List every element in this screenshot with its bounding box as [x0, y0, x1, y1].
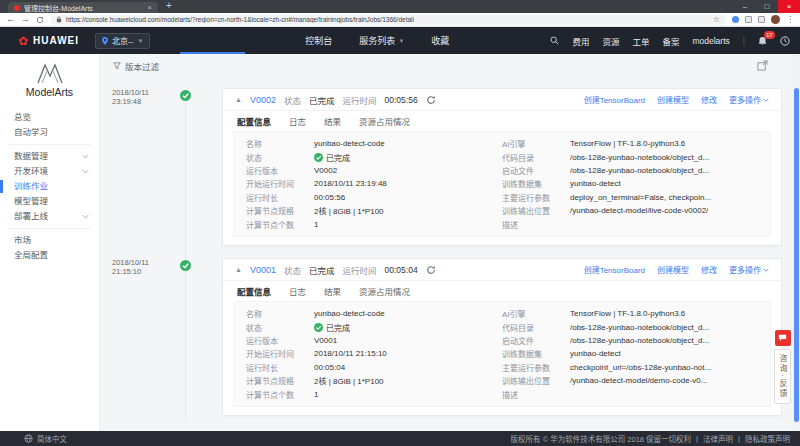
action-1[interactable]: 创建模型: [657, 94, 689, 105]
action-3[interactable]: 更多操作: [729, 94, 769, 105]
refresh-icon[interactable]: [426, 265, 436, 275]
action-1[interactable]: 创建模型: [657, 264, 689, 275]
star-icon[interactable]: ☆: [713, 16, 720, 24]
sidebar-item-8[interactable]: 全局配置: [0, 248, 99, 263]
browser-avatar[interactable]: [771, 15, 780, 24]
action-2[interactable]: 修改: [701, 264, 717, 275]
scrollbar[interactable]: [793, 54, 800, 431]
detail-row: 代码目录/obs-128e-yunbao-notebook/object_d..…: [502, 150, 758, 163]
detail-row: 状态已完成: [246, 150, 502, 163]
extension-icon[interactable]: [745, 16, 752, 23]
tab-1[interactable]: 日志: [289, 115, 306, 127]
url-bar[interactable]: https://console.huaweicloud.com/modelart…: [50, 15, 726, 25]
feedback-widget[interactable]: 咨询·反馈: [774, 330, 791, 404]
console-header: ✿ HUAWEI 北京-- ▼ 控制台 服务列表 ▼ 收藏 费用 资源 工单 备: [0, 27, 800, 54]
reload-icon[interactable]: [36, 16, 44, 24]
version-link[interactable]: V0002: [250, 95, 276, 105]
tab-3[interactable]: 资源占用情况: [359, 285, 410, 297]
minimize-icon[interactable]: –: [734, 0, 756, 13]
action-0[interactable]: 创建TensorBoard: [584, 94, 645, 105]
detail-value: yunbao-detect-code: [314, 309, 385, 318]
clock-icon[interactable]: [780, 36, 790, 46]
maximize-icon[interactable]: □: [756, 0, 778, 13]
sidebar-item-5[interactable]: 模型管理: [0, 194, 99, 209]
action-2[interactable]: 修改: [701, 94, 717, 105]
divider: [8, 144, 91, 145]
chevron-down-icon: [82, 154, 89, 159]
tab-1[interactable]: 日志: [289, 285, 306, 297]
nav-billing[interactable]: 费用: [572, 35, 589, 47]
chat-icon[interactable]: [775, 330, 791, 346]
favicon: [14, 5, 20, 11]
tab-3[interactable]: 资源占用情况: [359, 115, 410, 127]
tab-2[interactable]: 结果: [324, 115, 341, 127]
privacy-link[interactable]: 隐私政策声明: [745, 433, 790, 444]
modelarts-logo: ModelArts: [0, 54, 99, 98]
sidebar-item-0[interactable]: 总览: [0, 110, 99, 125]
detail-value: /obs-128e-yunbao-notebook/object_d...: [570, 323, 709, 332]
close-icon[interactable]: ×: [778, 0, 800, 13]
tab-2[interactable]: 结果: [324, 285, 341, 297]
language-selector[interactable]: 简体中文: [24, 433, 67, 444]
detail-label: 启动文件: [502, 335, 570, 346]
tab-close-icon[interactable]: ×: [147, 4, 152, 12]
nav-favorites[interactable]: 收藏: [431, 34, 449, 47]
browser-tab[interactable]: 管理控制台-ModelArts ×: [8, 2, 158, 13]
browser-menu-icon[interactable]: ⋮: [786, 15, 794, 24]
region-label: 北京--: [112, 35, 133, 46]
search-icon[interactable]: [550, 36, 559, 45]
nav-service-list[interactable]: 服务列表 ▼: [359, 34, 404, 47]
detail-value: 00:05:56: [314, 193, 345, 202]
product-name: ModelArts: [0, 86, 99, 98]
collapse-caret-icon[interactable]: ▲: [235, 96, 242, 103]
back-icon[interactable]: ←: [6, 15, 15, 24]
sidebar-item-label: 全局配置: [14, 248, 48, 263]
panel-col-right: AI引擎TensorFlow | TF-1.8.0-python3.6代码目录/…: [502, 137, 758, 231]
version-link[interactable]: V0001: [250, 265, 276, 275]
region-selector[interactable]: 北京-- ▼: [95, 33, 150, 49]
collapse-caret-icon[interactable]: ▲: [235, 266, 242, 273]
refresh-icon[interactable]: [426, 95, 436, 105]
expand-icon[interactable]: [757, 60, 768, 71]
card-actions: 创建TensorBoard创建模型修改更多操作: [584, 94, 769, 105]
legal-link[interactable]: 法律声明: [703, 433, 733, 444]
sidebar-menu: 总览自动学习数据管理开发环境训练作业模型管理部署上线市场全局配置: [0, 110, 99, 263]
footer-right: 版权所有 © 华为软件技术有限公司 2018 保留一切权利 | 法律声明 | 隐…: [511, 433, 790, 444]
card-tabs: 配置信息日志结果资源占用情况: [223, 111, 781, 131]
nav-console[interactable]: 控制台: [305, 34, 332, 47]
forward-icon[interactable]: →: [21, 15, 30, 24]
detail-value: 00:05:04: [314, 363, 345, 372]
extension-icon[interactable]: [732, 16, 739, 23]
new-tab-icon[interactable]: +: [158, 0, 180, 13]
nav-resources[interactable]: 资源: [602, 35, 619, 47]
sidebar-item-2[interactable]: 数据管理: [0, 149, 99, 164]
card-actions: 创建TensorBoard创建模型修改更多操作: [584, 264, 769, 275]
action-0[interactable]: 创建TensorBoard: [584, 264, 645, 275]
tab-0[interactable]: 配置信息: [237, 115, 271, 127]
feedback-tab[interactable]: 咨询·反馈: [774, 349, 791, 404]
nav-icp[interactable]: 备案: [662, 35, 679, 47]
notifications[interactable]: 17: [758, 36, 767, 46]
detail-value: checkpoint_url=/obs-128e-yunbao-not...: [570, 363, 711, 372]
extension-icon[interactable]: [758, 16, 765, 23]
detail-value: 已完成: [314, 152, 350, 163]
sidebar-item-6[interactable]: 部署上线: [0, 209, 99, 224]
action-3[interactable]: 更多操作: [729, 264, 769, 275]
sidebar-item-4[interactable]: 训练作业: [0, 179, 99, 194]
detail-label: 主要运行参数: [502, 192, 570, 203]
nav-tickets[interactable]: 工单: [632, 35, 649, 47]
nav-modelarts[interactable]: modelarts: [692, 36, 729, 46]
tab-0[interactable]: 配置信息: [237, 285, 271, 297]
version-filter[interactable]: 版本过滤: [113, 60, 159, 72]
detail-label: 启动文件: [502, 165, 570, 176]
header-right: 费用 资源 工单 备案 modelarts | 17: [550, 35, 790, 47]
scrollbar-thumb[interactable]: [794, 88, 799, 422]
sidebar-item-1[interactable]: 自动学习: [0, 125, 99, 140]
copyright-text: 版权所有 © 华为软件技术有限公司 2018 保留一切权利: [511, 433, 692, 444]
screen: 管理控制台-ModelArts × + – □ × ← → https://co…: [0, 0, 800, 446]
sidebar-item-7[interactable]: 市场: [0, 233, 99, 248]
detail-row: 开始运行时间2018/10/11 23:19:48: [246, 177, 502, 190]
huawei-logo[interactable]: ✿ HUAWEI: [18, 35, 79, 47]
sidebar-item-3[interactable]: 开发环境: [0, 164, 99, 179]
detail-label: AI引擎: [502, 138, 570, 149]
